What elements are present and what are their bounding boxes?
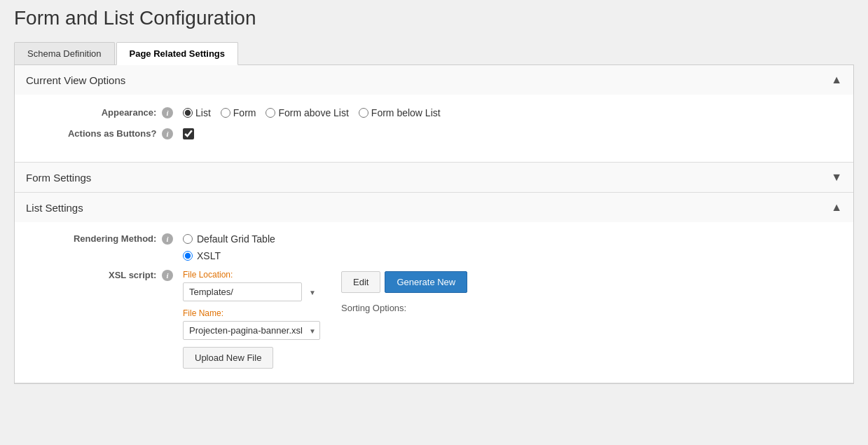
section-form-settings-header[interactable]: Form Settings ▼ <box>15 163 853 192</box>
appearance-radio-group: List Form Form above List Form belo <box>183 107 441 118</box>
xsl-content: File Location: Templates/ File Name: <box>183 270 467 369</box>
radio-form-below[interactable]: Form below List <box>359 107 441 118</box>
section-list-settings-title: List Settings <box>26 202 83 214</box>
file-location-label: File Location: <box>183 270 320 280</box>
xsl-right: Edit Generate New Sorting Options: <box>341 271 467 313</box>
file-name-group: File Name: Projecten-pagina-banner.xsl <box>183 308 320 340</box>
radio-default-grid[interactable]: Default Grid Table <box>183 233 275 245</box>
tab-page-related[interactable]: Page Related Settings <box>116 42 239 65</box>
section-form-settings: Form Settings ▼ <box>15 163 853 193</box>
file-location-select[interactable]: Templates/ <box>183 282 302 301</box>
section-current-view-title: Current View Options <box>26 74 125 86</box>
file-location-group: File Location: Templates/ <box>183 270 320 301</box>
actions-info-icon: i <box>162 128 173 139</box>
xsl-script-label: XSL script: i <box>29 270 183 281</box>
chevron-up-icon: ▲ <box>831 74 842 86</box>
page-title: Form and List Configuration <box>14 7 854 32</box>
actions-buttons-row: Actions as Buttons? i <box>29 128 839 139</box>
rendering-info-icon: i <box>162 233 173 245</box>
section-current-view-body: Appearance: i List Form <box>15 95 853 162</box>
chevron-down-icon: ▼ <box>831 171 842 184</box>
appearance-label: Appearance: i <box>29 107 183 118</box>
tab-content: Current View Options ▲ Appearance: i Lis… <box>14 65 854 384</box>
tab-schema[interactable]: Schema Definition <box>14 42 115 64</box>
file-name-select[interactable]: Projecten-pagina-banner.xsl <box>183 321 320 340</box>
actions-buttons-label: Actions as Buttons? i <box>29 128 183 139</box>
sorting-options-label: Sorting Options: <box>341 303 467 313</box>
rendering-method-label: Rendering Method: i <box>29 233 183 245</box>
radio-list[interactable]: List <box>183 107 211 118</box>
page-wrapper: Form and List Configuration Schema Defin… <box>0 0 868 445</box>
generate-new-button[interactable]: Generate New <box>385 271 467 293</box>
xsl-info-icon: i <box>162 270 173 281</box>
section-list-settings-header[interactable]: List Settings ▲ <box>15 193 853 222</box>
xsl-script-row: XSL script: i File Location: Templates/ <box>29 270 839 369</box>
section-current-view: Current View Options ▲ Appearance: i Lis… <box>15 65 853 163</box>
edit-button[interactable]: Edit <box>341 271 380 293</box>
actions-checkbox-wrapper <box>183 128 194 139</box>
file-name-select-wrapper: Projecten-pagina-banner.xsl <box>183 321 320 340</box>
appearance-row: Appearance: i List Form <box>29 107 839 118</box>
chevron-up-icon-list: ▲ <box>831 201 842 214</box>
tabs-bar: Schema Definition Page Related Settings <box>14 42 854 65</box>
xsl-left: File Location: Templates/ File Name: <box>183 270 320 369</box>
radio-form[interactable]: Form <box>221 107 256 118</box>
radio-xslt[interactable]: XSLT <box>183 250 275 261</box>
section-current-view-header[interactable]: Current View Options ▲ <box>15 65 853 95</box>
section-form-settings-title: Form Settings <box>26 172 91 184</box>
file-name-label: File Name: <box>183 308 320 318</box>
file-location-select-wrapper: Templates/ <box>183 282 320 301</box>
actions-checkbox[interactable] <box>183 128 194 139</box>
upload-new-file-button[interactable]: Upload New File <box>183 347 273 369</box>
radio-form-above[interactable]: Form above List <box>266 107 348 118</box>
upload-btn-wrapper: Upload New File <box>183 347 320 369</box>
section-list-settings: List Settings ▲ Rendering Method: i Defa… <box>15 193 853 383</box>
edit-generate-row: Edit Generate New <box>341 271 467 293</box>
rendering-method-row: Rendering Method: i Default Grid Table X… <box>29 233 839 261</box>
section-list-settings-body: Rendering Method: i Default Grid Table X… <box>15 222 853 383</box>
appearance-info-icon: i <box>162 107 173 118</box>
rendering-options-group: Default Grid Table XSLT <box>183 233 275 261</box>
